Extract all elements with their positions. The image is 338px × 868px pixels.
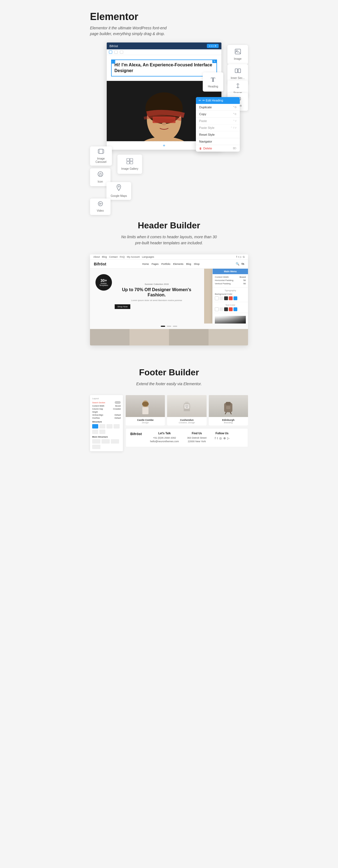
fb-vertical-align-row: Vertical Align Default xyxy=(92,414,121,416)
hb-shop-btn[interactable]: Shop Now xyxy=(115,304,130,309)
swatch-light[interactable] xyxy=(220,297,223,300)
context-menu-copy[interactable]: Copy ⌃C xyxy=(196,111,240,118)
widget-card-google-maps[interactable]: Google Maps xyxy=(107,182,131,200)
reset-style-label: Reset Style xyxy=(199,133,215,136)
more-layout-opt-1[interactable] xyxy=(92,439,101,443)
thumb-2[interactable] xyxy=(130,329,169,345)
swatch-dark[interactable] xyxy=(224,297,228,300)
text-color-label: Text Color xyxy=(215,304,246,306)
layout-opt-5[interactable] xyxy=(92,430,98,434)
fb-product-cat-1: Design xyxy=(128,422,163,424)
fb-footer-find-us: Find Us 363 Detroit Street 22000 New Yor… xyxy=(187,432,206,443)
widget-card-image-gallery[interactable]: Image Gallery xyxy=(117,155,142,174)
fb-vertical-align-label: Vertical Align xyxy=(92,414,103,416)
dot-1[interactable] xyxy=(161,326,165,327)
nav-portfolio[interactable]: Portfolio xyxy=(161,262,170,266)
fb-height-label: Height xyxy=(92,411,98,413)
fb-settings-panel: Layout Search Section Content Width Boxe… xyxy=(90,395,123,451)
more-layout-opt-2[interactable] xyxy=(102,439,110,443)
layout-opt-4[interactable] xyxy=(114,424,120,429)
svg-rect-20 xyxy=(130,161,133,164)
hb-logo: Bifröst xyxy=(94,262,106,266)
social-pin-icon[interactable]: ⊕ xyxy=(223,436,226,440)
context-menu-delete[interactable]: 🗑 Delete ⌦ xyxy=(196,145,240,152)
context-menu-duplicate[interactable]: Duplicate ⌃D xyxy=(196,104,240,111)
topbar-link-about: About xyxy=(93,255,100,258)
fb-content-width-label: Content Width xyxy=(92,405,104,407)
dot-3[interactable] xyxy=(173,326,177,327)
layout-opt-1[interactable] xyxy=(92,424,98,429)
color-picker[interactable] xyxy=(215,316,246,323)
settings-content-width-label: Content Width xyxy=(215,276,229,278)
text-swatch-light[interactable] xyxy=(220,307,223,311)
fb-toggle-off[interactable] xyxy=(115,401,121,404)
topbar-link-faq: FAQ xyxy=(120,255,125,258)
toolbar-icon3 xyxy=(120,51,123,54)
text-swatch-red[interactable] xyxy=(229,307,233,311)
context-menu-reset-style[interactable]: Reset Style xyxy=(196,131,240,138)
search-icon[interactable]: 🔍 xyxy=(236,262,240,266)
thumb-3[interactable] xyxy=(169,329,208,345)
widget-card-image-carousel[interactable]: Image Carousel xyxy=(90,146,112,165)
video-icon xyxy=(97,201,104,208)
swatch-white[interactable] xyxy=(215,297,219,300)
toolbar-icon2 xyxy=(114,51,118,54)
nav-home[interactable]: Home xyxy=(142,262,149,266)
social-yt-icon[interactable]: ▷ xyxy=(227,436,229,440)
topbar-link-languages: Languages xyxy=(142,255,154,258)
duplicate-label: Duplicate xyxy=(199,105,212,109)
social-ig-icon[interactable]: ◎ xyxy=(219,436,222,440)
nav-blog[interactable]: Blog xyxy=(186,262,191,266)
context-menu-paste-style[interactable]: Paste Style ⌃⇧V xyxy=(196,124,240,131)
delete-trash-icon: 🗑 xyxy=(199,147,202,150)
widget-card-heading[interactable]: T Heading xyxy=(203,72,223,92)
context-menu-navigator[interactable]: Navigator xyxy=(196,138,240,145)
follow-us-title: Follow Us xyxy=(215,432,229,435)
copy-shortcut: ⌃C xyxy=(233,113,237,116)
google-maps-icon xyxy=(116,184,122,193)
elementor-subtitle: Elementor it the ultimate WordPress font… xyxy=(90,25,167,37)
topbar-link-account: My Account xyxy=(127,255,140,258)
dot-2[interactable] xyxy=(167,326,171,327)
nav-shop[interactable]: Shop xyxy=(194,262,200,266)
fb-layout-label: Layout xyxy=(92,397,121,400)
layout-opt-2[interactable] xyxy=(99,424,105,429)
social-fb-icon[interactable]: f xyxy=(215,436,216,440)
fb-product-cat-3: Branding xyxy=(211,422,246,424)
topbar-link-blog: Blog xyxy=(102,255,107,258)
fb-content-width-row: Content Width Boxed xyxy=(92,405,121,407)
widget-handle: ⋮⋮ xyxy=(111,60,115,64)
more-layout-opt-4[interactable] xyxy=(92,445,101,449)
cart-icon[interactable]: 🛍 xyxy=(241,262,244,266)
svg-rect-10 xyxy=(238,69,241,73)
layout-opt-3[interactable] xyxy=(107,424,112,429)
footer-email: hello@neuronthemes.com xyxy=(150,440,179,443)
text-swatch-white[interactable] xyxy=(215,307,219,311)
widget-edit[interactable]: ✎ xyxy=(213,60,217,63)
text-swatch-blue[interactable] xyxy=(233,307,237,311)
text-swatch-dark[interactable] xyxy=(224,307,228,311)
hb-hero-wrapper: 30+ HeaderTemplates Summer Collection 20… xyxy=(90,269,248,345)
settings-vertical-padding-row: Horizontal Padding 50 xyxy=(215,279,246,282)
widget-card-image[interactable]: Image xyxy=(227,45,248,64)
footer-builder-title: Footer Builder xyxy=(90,367,248,377)
nav-elements[interactable]: Elements xyxy=(173,262,184,266)
nav-pages[interactable]: Pages xyxy=(152,262,159,266)
layout-opt-6[interactable] xyxy=(99,430,105,434)
swatch-red[interactable] xyxy=(229,297,233,300)
fb-product-card-3: Edinburgh Branding xyxy=(209,395,248,426)
hb-hero-area: 30+ HeaderTemplates Summer Collection 20… xyxy=(90,269,248,323)
thumb-4[interactable] xyxy=(208,329,248,345)
footer-phone: +91 (0)35 2568 4392 xyxy=(150,436,179,439)
more-layout-opt-3[interactable] xyxy=(111,439,119,443)
svg-point-33 xyxy=(142,402,149,407)
swatch-blue[interactable] xyxy=(233,297,237,300)
heading-label: Heading xyxy=(208,85,218,88)
settings-typography-section: Typography Background Color xyxy=(213,288,248,302)
thumb-1[interactable] xyxy=(90,329,130,345)
fb-more-structure-label: More Structure xyxy=(92,436,121,438)
social-tw-icon[interactable]: t xyxy=(217,436,218,440)
context-menu-paste[interactable]: Paste ⌃V xyxy=(196,118,240,124)
widget-card-video[interactable]: Video xyxy=(90,198,111,215)
settings-text-color-section: Text Color xyxy=(213,302,248,313)
